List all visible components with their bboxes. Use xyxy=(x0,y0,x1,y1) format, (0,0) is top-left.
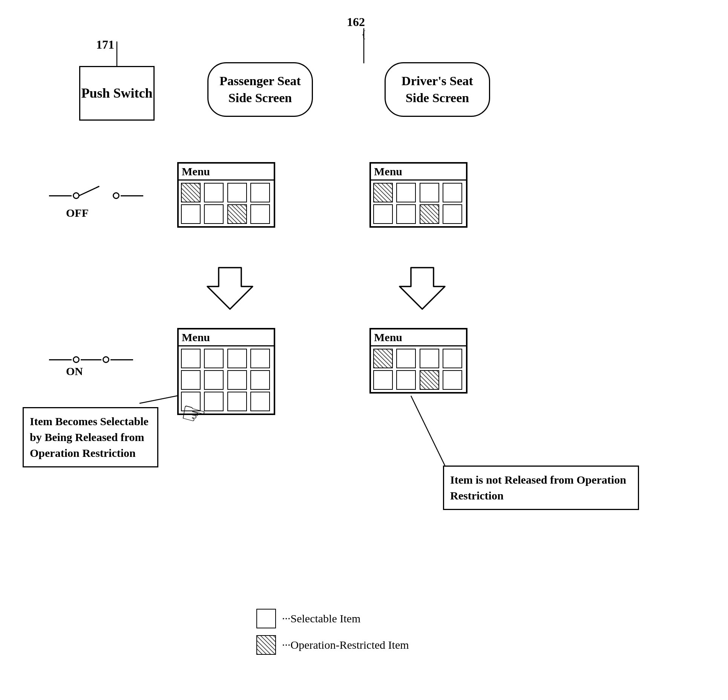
ref-171: 171 xyxy=(96,38,114,52)
cell-off-p-5 xyxy=(181,204,201,224)
menu-off-driver: Menu xyxy=(369,162,467,228)
cell-on-p-7 xyxy=(227,370,247,390)
cell-off-d-8 xyxy=(443,204,462,224)
callout-restricted: Item is not Released from Operation Rest… xyxy=(443,466,639,510)
menu-off-driver-grid xyxy=(371,181,466,226)
svg-marker-3 xyxy=(400,268,445,309)
on-label: ON xyxy=(66,365,83,378)
cell-on-p-6 xyxy=(204,370,224,390)
cell-on-p-4 xyxy=(250,349,270,368)
cell-off-d-2 xyxy=(396,183,416,202)
cell-on-p-3 xyxy=(227,349,247,368)
ref-162-bracket: { xyxy=(361,28,366,40)
callout-selectable: Item Becomes Selectable by Being Release… xyxy=(23,407,158,467)
cell-off-p-1 xyxy=(181,183,201,202)
cell-off-d-3 xyxy=(420,183,439,202)
cell-off-d-7 xyxy=(420,204,439,224)
cell-off-p-7 xyxy=(227,204,247,224)
svg-line-5 xyxy=(411,396,445,466)
menu-off-passenger: Menu xyxy=(177,162,275,228)
menu-off-passenger-grid xyxy=(179,181,274,226)
legend-selectable: ···Selectable Item xyxy=(256,609,409,628)
cell-on-p-12 xyxy=(250,392,270,411)
legend: ···Selectable Item ···Operation-Restrict… xyxy=(256,609,409,655)
cell-on-d-7 xyxy=(420,370,439,390)
off-label: OFF xyxy=(66,207,89,219)
cell-off-d-1 xyxy=(373,183,393,202)
cell-off-d-5 xyxy=(373,204,393,224)
menu-off-passenger-title: Menu xyxy=(179,164,274,181)
switch-off xyxy=(49,192,143,199)
cell-on-p-1 xyxy=(181,349,201,368)
svg-marker-2 xyxy=(207,268,253,309)
cell-off-p-3 xyxy=(227,183,247,202)
cell-on-d-5 xyxy=(373,370,393,390)
menu-on-driver-title: Menu xyxy=(371,329,466,346)
cell-on-d-6 xyxy=(396,370,416,390)
push-switch-box: Push Switch xyxy=(79,66,155,121)
legend-cell-restricted xyxy=(256,635,276,655)
cell-off-d-6 xyxy=(396,204,416,224)
menu-on-passenger-title: Menu xyxy=(179,329,274,346)
cell-on-p-2 xyxy=(204,349,224,368)
menu-off-driver-title: Menu xyxy=(371,164,466,181)
driver-screen-label: Driver's SeatSide Screen xyxy=(385,62,490,117)
cell-off-p-2 xyxy=(204,183,224,202)
cell-on-p-8 xyxy=(250,370,270,390)
cell-on-d-1 xyxy=(373,349,393,368)
cell-on-d-3 xyxy=(420,349,439,368)
cell-off-d-4 xyxy=(443,183,462,202)
cell-off-p-8 xyxy=(250,204,270,224)
switch-on xyxy=(49,356,133,363)
cell-on-p-11 xyxy=(227,392,247,411)
menu-on-driver: Menu xyxy=(369,328,467,394)
cell-on-p-5 xyxy=(181,370,201,390)
legend-cell-selectable xyxy=(256,609,276,628)
cell-on-d-2 xyxy=(396,349,416,368)
legend-restricted: ···Operation-Restricted Item xyxy=(256,635,409,655)
ref-162: 162 xyxy=(347,15,365,29)
passenger-screen-label: Passenger SeatSide Screen xyxy=(207,62,313,117)
cell-on-d-4 xyxy=(443,349,462,368)
menu-on-driver-grid xyxy=(371,346,466,392)
cell-off-p-4 xyxy=(250,183,270,202)
cell-on-d-8 xyxy=(443,370,462,390)
cell-off-p-6 xyxy=(204,204,224,224)
